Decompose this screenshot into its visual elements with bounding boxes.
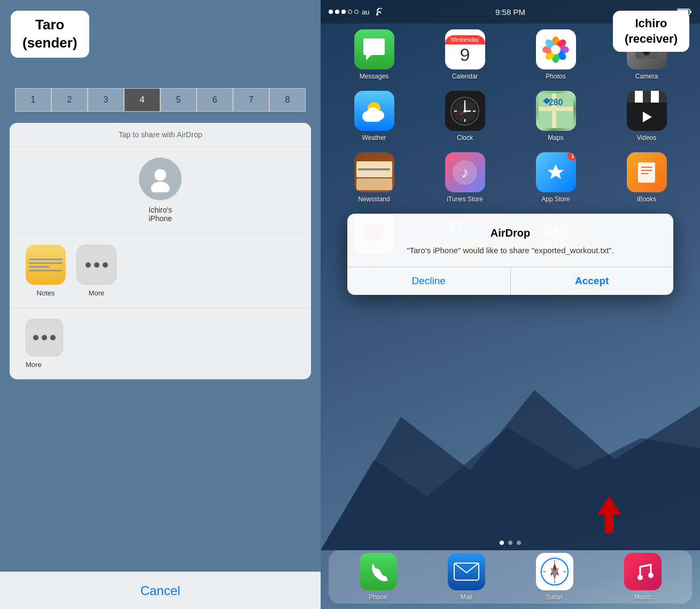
- app-maps[interactable]: 280 Maps: [513, 91, 598, 142]
- notes-line: [29, 270, 63, 271]
- carrier-text: au: [362, 8, 369, 16]
- ibooks-icon: [627, 152, 667, 192]
- signal-dot-2: [335, 10, 339, 14]
- more-dots-icon: [26, 319, 63, 356]
- app-ibooks[interactable]: iBooks: [604, 152, 689, 203]
- notes-line: [29, 266, 49, 268]
- person-icon: [147, 166, 174, 192]
- app-messages[interactable]: Messages: [331, 29, 417, 80]
- newsstand-content: [354, 152, 394, 192]
- svg-point-17: [551, 45, 561, 54]
- photos-label: Photos: [546, 73, 565, 80]
- page-dot-1: [500, 541, 504, 545]
- more-section[interactable]: More: [10, 308, 311, 379]
- app-newsstand[interactable]: Newsstand: [331, 152, 417, 203]
- share-app-notes[interactable]: Notes: [26, 245, 66, 297]
- more-dots: [85, 262, 108, 268]
- page-3[interactable]: 3: [88, 88, 124, 112]
- play-icon: [639, 109, 655, 125]
- svg-marker-43: [643, 112, 652, 122]
- safari-compass-icon: [539, 556, 571, 588]
- mail-icon: [448, 553, 485, 590]
- dot: [42, 335, 47, 340]
- music-note-icon: [631, 559, 655, 584]
- more-app-icon: [76, 245, 116, 285]
- app-videos[interactable]: Videos: [604, 91, 689, 142]
- dock-phone[interactable]: Phone: [360, 553, 397, 601]
- clapper-top: [627, 91, 667, 103]
- share-sheet-title: Tap to share with AirDrop: [10, 123, 311, 147]
- red-arrow-icon: [597, 496, 621, 533]
- share-apps-row: Notes More: [10, 234, 311, 308]
- dot: [50, 335, 56, 340]
- cancel-button[interactable]: Cancel: [141, 583, 181, 598]
- clapper-stripe-4: [659, 91, 667, 103]
- svg-text:280: 280: [548, 98, 563, 107]
- sender-subtitle: (sender): [22, 35, 77, 51]
- clock-face-icon: [450, 96, 480, 126]
- page-1[interactable]: 1: [15, 88, 51, 112]
- app-weather[interactable]: Weather: [331, 91, 417, 142]
- photos-pinwheel-icon: [540, 34, 572, 66]
- app-itunes[interactable]: ♪ iTunes Store: [422, 152, 508, 203]
- svg-point-73: [648, 573, 654, 578]
- page-7[interactable]: 7: [233, 88, 269, 112]
- phone-handset-icon: [368, 561, 389, 582]
- clapper-body: [627, 103, 667, 131]
- page-dot-3: [517, 541, 521, 545]
- more-label: More: [89, 289, 105, 297]
- app-appstore[interactable]: 1 App Store: [513, 152, 598, 203]
- itunes-note-icon: ♪: [452, 159, 478, 186]
- page-4[interactable]: 4: [124, 88, 160, 112]
- weather-label: Weather: [362, 134, 386, 142]
- contact-name: Ichiro'siPhone: [149, 206, 172, 223]
- airdrop-contact-section[interactable]: Ichiro'siPhone: [10, 147, 311, 234]
- cancel-bar[interactable]: Cancel: [0, 572, 321, 609]
- phone-icon: [360, 553, 397, 590]
- share-app-more[interactable]: More: [76, 245, 116, 297]
- dot: [85, 262, 91, 268]
- appstore-label: App Store: [541, 196, 570, 203]
- page-dot-2: [508, 541, 512, 545]
- dock-safari[interactable]: Safari: [536, 553, 573, 601]
- page-indicator: [321, 541, 700, 545]
- page-5[interactable]: 5: [160, 88, 197, 112]
- itunes-icon: ♪: [445, 152, 485, 192]
- dock-music[interactable]: Music: [624, 553, 662, 601]
- newsstand-item-2: [356, 178, 392, 190]
- page-8[interactable]: 8: [269, 88, 306, 112]
- more-dots-2: [33, 335, 56, 340]
- dock-mail[interactable]: Mail: [448, 553, 485, 601]
- svg-rect-28: [364, 116, 380, 122]
- dot: [33, 335, 38, 340]
- dialog-content: AirDrop "Taro's iPhone" would like to sh…: [347, 214, 673, 267]
- weather-icon: [354, 91, 394, 131]
- maps-content: 280: [536, 91, 576, 131]
- app-calendar[interactable]: Wednesday 9 Calendar: [422, 29, 508, 80]
- svg-point-4: [376, 13, 378, 15]
- accept-button[interactable]: Accept: [511, 267, 674, 295]
- photos-icon: [536, 29, 576, 69]
- signal-dot-5: [354, 10, 359, 14]
- signal-dots: [329, 10, 359, 14]
- app-clock[interactable]: Clock: [422, 91, 508, 142]
- svg-point-72: [637, 575, 643, 580]
- signal-dot-1: [329, 10, 333, 14]
- notes-line: [29, 259, 63, 260]
- messages-label: Messages: [360, 73, 389, 80]
- airdrop-dialog-message: "Taro's iPhone" would like to share "exp…: [361, 245, 660, 256]
- svg-point-1: [151, 182, 170, 192]
- page-2[interactable]: 2: [51, 88, 88, 112]
- music-icon: [624, 553, 662, 590]
- messages-icon: [354, 29, 394, 69]
- appstore-icon: 1: [536, 152, 576, 192]
- signal-dot-4: [348, 10, 352, 14]
- dot: [103, 262, 108, 268]
- svg-rect-46: [638, 162, 655, 183]
- app-photos[interactable]: Photos: [513, 29, 598, 80]
- mountain-bg: [321, 363, 700, 550]
- mail-envelope-icon: [453, 562, 480, 581]
- maps-label: Maps: [548, 134, 563, 142]
- decline-button[interactable]: Decline: [347, 267, 511, 295]
- page-6[interactable]: 6: [197, 88, 233, 112]
